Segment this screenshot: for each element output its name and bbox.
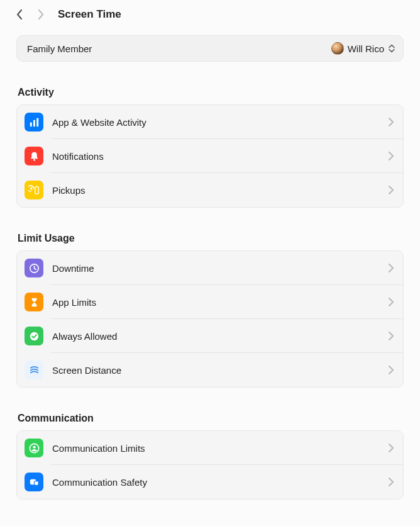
bell-icon xyxy=(25,147,43,165)
nav-arrows xyxy=(13,8,48,21)
page-title: Screen Time xyxy=(58,8,121,21)
section-group-limit-usage: Downtime App Limits Always Allowed Scree… xyxy=(16,250,404,388)
section-group-communication: Communication Limits Communication Safet… xyxy=(16,430,404,500)
family-member-select[interactable]: Will Rico xyxy=(331,42,395,55)
chevron-right-icon xyxy=(388,444,394,452)
row-label: Downtime xyxy=(52,263,379,274)
row-communication-limits[interactable]: Communication Limits xyxy=(17,431,403,465)
section-title-limit-usage: Limit Usage xyxy=(18,233,404,244)
forward-button xyxy=(34,8,48,21)
screen-distance-icon xyxy=(25,361,43,379)
activity-chart-icon xyxy=(25,113,43,132)
header: Screen Time xyxy=(0,0,420,29)
content: Family Member Will Rico Activity App & W… xyxy=(0,35,420,500)
row-notifications[interactable]: Notifications xyxy=(17,139,403,173)
row-always-allowed[interactable]: Always Allowed xyxy=(17,319,403,353)
family-member-name: Will Rico xyxy=(348,43,384,54)
svg-point-8 xyxy=(33,445,35,448)
chevron-right-icon xyxy=(388,366,394,374)
checkmark-seal-icon xyxy=(25,327,43,345)
section-title-activity: Activity xyxy=(18,87,404,98)
row-label: Always Allowed xyxy=(52,331,379,342)
chevron-right-icon xyxy=(388,118,394,126)
chevron-right-icon xyxy=(388,264,394,272)
pickups-icon xyxy=(25,181,43,199)
row-label: App & Website Activity xyxy=(52,117,379,128)
hourglass-icon xyxy=(25,293,43,311)
section-group-activity: App & Website Activity Notifications Pic… xyxy=(16,104,404,208)
chevron-right-icon xyxy=(388,478,394,486)
svg-rect-1 xyxy=(33,120,35,126)
svg-rect-4 xyxy=(35,186,38,193)
chevron-right-icon xyxy=(388,332,394,340)
family-member-label: Family Member xyxy=(27,43,92,54)
avatar xyxy=(331,42,344,55)
svg-rect-10 xyxy=(34,481,38,485)
chevron-right-icon xyxy=(388,152,394,160)
svg-rect-0 xyxy=(30,122,31,126)
row-communication-safety[interactable]: Communication Safety xyxy=(17,465,403,499)
chevron-right-icon xyxy=(37,9,45,20)
row-app-limits[interactable]: App Limits xyxy=(17,285,403,319)
back-button[interactable] xyxy=(13,8,26,21)
row-app-website-activity[interactable]: App & Website Activity xyxy=(17,105,403,139)
row-pickups[interactable]: Pickups xyxy=(17,173,403,207)
updown-icon xyxy=(388,43,395,53)
row-screen-distance[interactable]: Screen Distance xyxy=(17,353,403,387)
row-downtime[interactable]: Downtime xyxy=(17,251,403,285)
row-label: Screen Distance xyxy=(52,365,379,376)
row-label: Communication Safety xyxy=(52,477,379,488)
row-label: App Limits xyxy=(52,297,379,308)
chevron-right-icon xyxy=(388,298,394,306)
family-member-row[interactable]: Family Member Will Rico xyxy=(16,35,404,62)
svg-point-3 xyxy=(33,159,35,160)
chevron-left-icon xyxy=(16,9,23,20)
row-label: Pickups xyxy=(52,185,379,196)
communication-safety-icon xyxy=(25,473,43,491)
clock-icon xyxy=(25,259,43,277)
svg-rect-2 xyxy=(36,118,38,126)
row-label: Communication Limits xyxy=(52,443,379,454)
row-label: Notifications xyxy=(52,151,379,162)
chevron-right-icon xyxy=(388,186,394,194)
section-title-communication: Communication xyxy=(18,413,404,424)
person-circle-icon xyxy=(25,439,43,457)
